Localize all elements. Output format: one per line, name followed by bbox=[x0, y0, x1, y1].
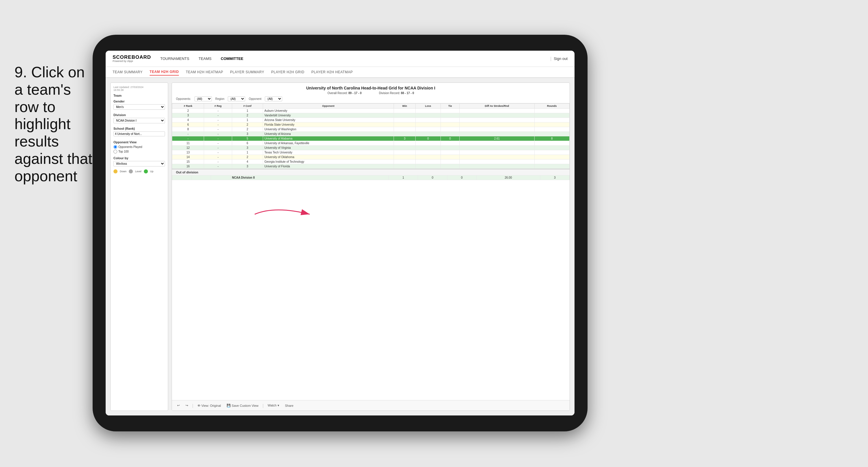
cell-opponent: Georgia Institute of Technology bbox=[263, 159, 394, 164]
nav-divider: | bbox=[550, 56, 551, 61]
cell-value bbox=[441, 127, 460, 132]
table-header-section: University of North Carolina Head-to-Hea… bbox=[172, 83, 569, 104]
cell-value bbox=[441, 132, 460, 136]
toolbar-sep-2: | bbox=[262, 403, 264, 408]
school-input[interactable] bbox=[114, 132, 165, 136]
colour-section: Colour by Win/loss Down Level Up bbox=[114, 156, 165, 173]
legend-level-dot bbox=[129, 169, 133, 173]
cell-value bbox=[460, 109, 534, 113]
cell-value: 8 bbox=[172, 127, 204, 132]
cell-value: 6 bbox=[232, 141, 263, 146]
legend-down-label: Down bbox=[120, 170, 126, 173]
table-row[interactable]: --5University of Alabama3002.618 bbox=[172, 136, 569, 141]
sub-nav-player-h2h-heatmap[interactable]: PLAYER H2H HEATMAP bbox=[311, 69, 353, 75]
cell-value bbox=[211, 175, 230, 180]
gender-select[interactable]: Men's bbox=[114, 104, 165, 110]
undo-button[interactable]: ↩ bbox=[176, 403, 182, 408]
cell-value: 3 bbox=[232, 132, 263, 136]
division-select[interactable]: NCAA Division I bbox=[114, 118, 165, 123]
out-of-division-table: NCAA Division II10026.003 bbox=[172, 175, 569, 180]
watch-button[interactable]: Watch ▾ bbox=[266, 403, 281, 408]
redo-button[interactable]: ↪ bbox=[184, 403, 190, 408]
share-button[interactable]: Share bbox=[283, 403, 295, 408]
cell-value bbox=[415, 150, 440, 155]
sub-nav-team-h2h-heatmap[interactable]: TEAM H2H HEATMAP bbox=[186, 69, 223, 75]
filter-row: Opponents: (All) Region (All) Opponent (… bbox=[176, 96, 565, 101]
table-row[interactable]: 6-2Florida State University bbox=[172, 122, 569, 127]
cell-value bbox=[394, 146, 415, 150]
tablet-screen: SCOREBOARD Powered by clippi TOURNAMENTS… bbox=[106, 51, 575, 415]
cell-value bbox=[441, 159, 460, 164]
nav-link-committee[interactable]: COMMITTEE bbox=[221, 55, 243, 62]
table-row[interactable]: 2-1Auburn University bbox=[172, 109, 569, 113]
cell-value: - bbox=[204, 146, 232, 150]
gender-label: Gender bbox=[114, 99, 165, 103]
table-row[interactable]: --3University of Arizona bbox=[172, 132, 569, 136]
cell-value bbox=[415, 159, 440, 164]
save-custom-button[interactable]: 💾 Save Custom View bbox=[225, 403, 260, 408]
nav-link-tournaments[interactable]: TOURNAMENTS bbox=[160, 55, 189, 62]
table-row[interactable]: 3-2Vanderbilt University bbox=[172, 113, 569, 118]
cell-value: 1 bbox=[232, 109, 263, 113]
cell-value bbox=[534, 122, 569, 127]
cell-value bbox=[460, 118, 534, 122]
cell-value: 2.61 bbox=[460, 136, 534, 141]
cell-value: 2 bbox=[232, 155, 263, 159]
table-row[interactable]: 4-1Arizona State University bbox=[172, 118, 569, 122]
cell-opponent: University of Arizona bbox=[263, 132, 394, 136]
cell-value: 3 bbox=[232, 164, 263, 169]
table-header-row: # Rank # Reg # Conf Opponent Win Loss Ti… bbox=[172, 104, 569, 109]
nav-link-teams[interactable]: TEAMS bbox=[198, 55, 212, 62]
cell-value: 15 bbox=[172, 159, 204, 164]
cell-value bbox=[415, 141, 440, 146]
col-win: Win bbox=[394, 104, 415, 109]
sub-nav-team-summary[interactable]: TEAM SUMMARY bbox=[113, 69, 143, 75]
division-label: Division bbox=[114, 113, 165, 117]
sub-nav-player-h2h-grid[interactable]: PLAYER H2H GRID bbox=[271, 69, 305, 75]
cell-value: 2 bbox=[232, 113, 263, 118]
legend-down-dot bbox=[114, 169, 118, 173]
col-opponent: Opponent bbox=[263, 104, 394, 109]
tablet-device: SCOREBOARD Powered by clippi TOURNAMENTS… bbox=[93, 35, 588, 431]
cell-value: 3 bbox=[172, 113, 204, 118]
table-row[interactable]: 11-6University of Arkansas, Fayetteville bbox=[172, 141, 569, 146]
save-icon: 💾 bbox=[227, 404, 231, 407]
cell-value bbox=[394, 109, 415, 113]
table-row[interactable]: 12-3University of Virginia bbox=[172, 146, 569, 150]
view-original-button[interactable]: 👁 View: Original bbox=[196, 403, 223, 408]
cell-value bbox=[394, 122, 415, 127]
col-loss: Loss bbox=[415, 104, 440, 109]
filter-opponents-select[interactable]: (All) bbox=[194, 96, 212, 101]
table-row[interactable]: 8-2University of Washington bbox=[172, 127, 569, 132]
cell-value: NCAA Division II bbox=[230, 175, 389, 180]
table-row[interactable]: 15-4Georgia Institute of Technology bbox=[172, 159, 569, 164]
cell-value bbox=[441, 122, 460, 127]
table-row[interactable]: 13-1Texas Tech University bbox=[172, 150, 569, 155]
filter-opponent-select[interactable]: (All) bbox=[265, 96, 282, 101]
cell-value bbox=[394, 155, 415, 159]
records-row: Overall Record: 89 - 17 - 0 Division Rec… bbox=[176, 91, 565, 95]
cell-opponent: Arizona State University bbox=[263, 118, 394, 122]
cell-value: - bbox=[204, 141, 232, 146]
sub-nav-team-h2h-grid[interactable]: TEAM H2H GRID bbox=[150, 68, 179, 76]
radio-top-100[interactable]: Top 100 bbox=[114, 150, 165, 153]
out-of-division-row[interactable]: NCAA Division II10026.003 bbox=[172, 175, 569, 180]
colour-select[interactable]: Win/loss bbox=[114, 161, 165, 167]
data-table: # Rank # Reg # Conf Opponent Win Loss Ti… bbox=[172, 104, 569, 169]
filter-opponent-label: Opponent bbox=[249, 97, 261, 100]
radio-opponents-played[interactable]: Opponents Played bbox=[114, 145, 165, 149]
out-of-division-header: Out of division bbox=[172, 169, 569, 175]
cell-value: - bbox=[204, 159, 232, 164]
sub-nav-player-summary[interactable]: PLAYER SUMMARY bbox=[230, 69, 264, 75]
table-row[interactable]: 16-3University of Florida bbox=[172, 164, 569, 169]
cell-value bbox=[192, 175, 211, 180]
cell-value bbox=[534, 141, 569, 146]
filter-region-select[interactable]: (All) bbox=[228, 96, 245, 101]
cell-value: 3 bbox=[394, 136, 415, 141]
col-reg: # Reg bbox=[204, 104, 232, 109]
nav-sign-out[interactable]: Sign out bbox=[554, 56, 567, 61]
table-row[interactable]: 14-2University of Oklahoma bbox=[172, 155, 569, 159]
cell-value bbox=[415, 118, 440, 122]
cell-value bbox=[460, 132, 534, 136]
cell-value: 26.00 bbox=[476, 175, 540, 180]
